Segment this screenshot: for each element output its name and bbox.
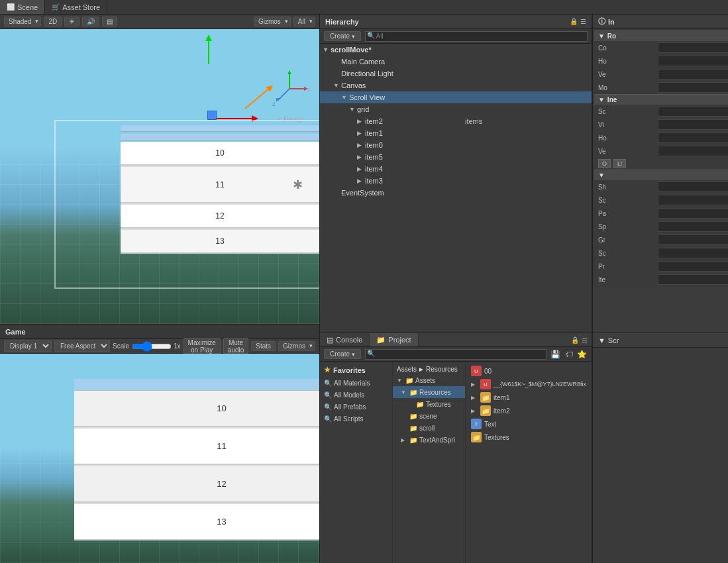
tree-item-directionallight[interactable]: Directional Light [320,68,592,79]
mute-audio-btn[interactable]: Mute audio [223,338,248,355]
tree-item-item2[interactable]: ▶ item2 [320,115,592,127]
val-pa[interactable] [658,208,728,219]
tree-item-canvas[interactable]: ▼ Canvas [320,79,592,91]
project-create-btn[interactable]: Create [324,349,361,359]
res-item-item2[interactable]: ▶ 📁 item2 [470,404,588,417]
tab-project[interactable]: 📁 Project [370,333,418,346]
game-row-13: 13 [74,504,319,540]
tree-item-item3[interactable]: ▶ item3 [320,175,592,187]
val-sc[interactable] [658,106,728,117]
assets-item-resources[interactable]: ▼ 📁 Resources [393,386,465,398]
tree-item-scrollmove[interactable]: ▼ scrollMove* [320,44,592,56]
fav-item-all-models[interactable]: 🔍 All Models [320,389,392,401]
val-ho2[interactable] [658,132,728,143]
maximize-on-play-btn[interactable]: Maximize on Play [183,338,221,355]
assets-item-scroll[interactable]: 📁 scroll [393,422,465,434]
project-search-input[interactable] [365,349,546,360]
tab-scene-label: Scene [17,3,38,11]
inspector-header: ⓘ In 🔒 ☰ [593,15,728,29]
val-sc2[interactable] [658,195,728,205]
gizmos-button[interactable]: Gizmos [254,17,291,26]
game-panel: Game Display 1 Free Aspect Scale 1x Maxi… [0,325,319,563]
inspector-section-ine[interactable]: ▼ Ine [594,94,728,105]
tree-item-maincamera[interactable]: Main Camera [320,56,592,68]
tab-scene[interactable]: ⬜ Scene [0,0,45,14]
inspector-btn-li[interactable]: Li [613,159,626,168]
game-row-12: 12 [74,466,319,503]
save-icon[interactable]: 💾 [550,349,561,360]
aspect-select[interactable]: Free Aspect [54,340,110,352]
effects-button[interactable]: ▤ [102,17,117,26]
tree-item-item0[interactable]: ▶ item0 [320,139,592,151]
folder-icon-scene: 📁 [409,413,417,420]
game-gizmos-btn[interactable]: Gizmos [278,341,315,351]
fav-label-scripts: All Scripts [334,415,363,423]
fav-item-all-prefabs[interactable]: 🔍 All Prefabs [320,401,392,413]
assets-item-textandspri[interactable]: ▶ 📁 TextAndSpri [393,434,465,446]
lighting-button[interactable]: ☀ [64,17,79,26]
val-ve[interactable] [658,69,728,79]
2d-button[interactable]: 2D [44,17,62,26]
val-co[interactable] [658,42,728,53]
tree-item-item1[interactable]: ▶ item1 [320,127,592,139]
scale-slider[interactable] [132,344,172,349]
assets-item-textures[interactable]: 📁 Textures [393,398,465,410]
tree-item-grid[interactable]: ▼ grid [320,103,592,115]
inspector-row-ho: Ho [594,54,728,68]
res-item-text[interactable]: T Text [470,417,588,431]
tab-asset-store[interactable]: 🛒 Asset Store [45,0,107,14]
res-item-00[interactable]: U 00 [470,364,588,378]
fav-item-all-scripts[interactable]: 🔍 All Scripts [320,413,392,425]
scene-all-button[interactable]: All [293,17,315,26]
game-title: Game [5,328,26,336]
audio-button[interactable]: 🔊 [82,17,99,26]
inspector-section-transform[interactable]: ▼ Ro [594,30,728,41]
game-row-11: 11 [74,429,319,465]
stats-btn[interactable]: Stats [251,341,276,351]
hierarchy-search-icon: 🔍 [367,32,375,39]
display-select[interactable]: Display 1 [4,340,52,352]
inspector-body: ▼ Ro Co Ho Ve Mo [593,29,728,287]
console-menu-icon[interactable]: ☰ [582,336,588,344]
res-label-text: Text [484,421,496,428]
hierarchy-header-bar: Hierarchy 🔒 ☰ [320,15,592,29]
val-sc3[interactable] [658,248,728,258]
inspector-btn-o[interactable]: O [598,159,611,168]
res-icon-w61sk: U [480,379,491,389]
inspector-section-3[interactable]: ▼ [594,170,728,180]
hierarchy-menu-icon[interactable]: ☰ [580,18,586,25]
tree-item-eventsystem[interactable]: EventSystem [320,187,592,199]
favorites-header: ★ Favorites [320,364,392,377]
fav-item-all-materials[interactable]: 🔍 All Materials [320,377,392,389]
scene-viewport: Y X Z Persp 10 [0,29,319,324]
hierarchy-lock-icon[interactable]: 🔒 [570,18,578,25]
val-gr[interactable] [658,234,728,245]
hierarchy-create-btn[interactable]: Create [324,31,361,41]
console-tab-bar: ▤ Console 📁 Project 🔒 ☰ [320,333,592,347]
assets-item-assets[interactable]: ▼ 📁 Assets [393,374,465,386]
star-icon[interactable]: ⭐ [577,349,588,360]
val-pr[interactable] [658,261,728,272]
tree-item-item4[interactable]: ▶ item4 [320,163,592,175]
val-sp[interactable] [658,221,728,232]
hierarchy-search-input[interactable] [365,31,588,42]
console-lock-icon[interactable]: 🔒 [571,336,579,344]
tree-label-item5: item5 [365,153,383,161]
tree-item-item5[interactable]: ▶ item5 [320,151,592,163]
res-item-textures-res[interactable]: 📁 Textures [470,431,588,444]
val-sh[interactable] [658,181,728,192]
tab-console[interactable]: ▤ Console [320,333,370,346]
res-item-item1[interactable]: ▶ 📁 item1 [470,391,588,404]
tag-icon[interactable]: 🏷 [564,349,574,360]
val-vi[interactable] [658,119,728,130]
val-ve2[interactable] [658,146,728,156]
shading-dropdown[interactable]: Shaded [4,17,41,26]
tree-item-scrollview[interactable]: ▼ Scroll View [320,91,592,103]
res-item-w61sk[interactable]: ▶ U __{W61$K~_$M@Y7}LN2EWR8fix [470,378,588,391]
assets-label-textures: Textures [426,401,451,408]
assets-item-scene[interactable]: 📁 scene [393,410,465,422]
val-ho[interactable] [658,56,728,66]
val-ite[interactable] [658,274,728,285]
search-icon-materials: 🔍 [324,380,332,387]
val-mo[interactable] [658,82,728,93]
